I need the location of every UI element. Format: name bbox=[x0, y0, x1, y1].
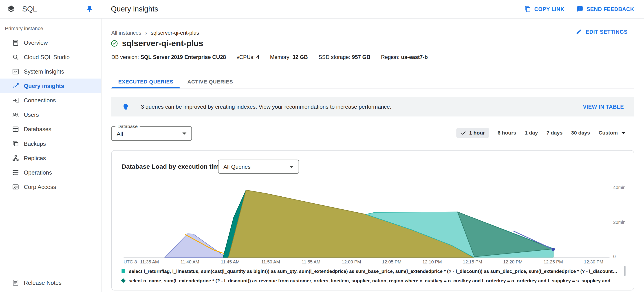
legend-query-text: select n_name, sum(l_extendedprice * (? … bbox=[129, 278, 618, 283]
x-tick-label: 11:45 AM bbox=[221, 259, 240, 264]
sidebar-item-cloud-sql-studio[interactable]: Cloud SQL Studio bbox=[0, 50, 101, 64]
y-axis-label-20min: 20min bbox=[613, 220, 626, 225]
time-range-30-days[interactable]: 30 days bbox=[571, 130, 590, 136]
tabs-divider bbox=[112, 88, 634, 88]
x-tick-label: 11:50 AM bbox=[261, 259, 280, 264]
sidebar-item-label: Cloud SQL Studio bbox=[24, 54, 70, 60]
sidebar-section-label: Primary instance bbox=[0, 19, 101, 35]
chevron-down-icon bbox=[290, 166, 294, 168]
x-tick-label: 11:35 AM bbox=[140, 259, 159, 264]
cloud-sql-logo-icon bbox=[6, 5, 16, 14]
breadcrumb: All instances › sqlserver-qi-ent-plus bbox=[112, 30, 199, 36]
product-name: SQL bbox=[22, 5, 37, 13]
query-insights-icon bbox=[12, 82, 19, 90]
sidebar-item-connections[interactable]: Connections bbox=[0, 93, 101, 107]
search-icon bbox=[12, 53, 19, 61]
time-range-label: 6 hours bbox=[498, 130, 516, 136]
sidebar-item-label: Users bbox=[24, 111, 39, 118]
banner-text: 3 queries can be improved by creating in… bbox=[141, 104, 391, 110]
x-tick-label: 11:55 AM bbox=[302, 259, 320, 264]
time-range-6-hours[interactable]: 6 hours bbox=[498, 130, 516, 136]
legend-scrollbar[interactable] bbox=[624, 266, 625, 276]
tab-active-queries[interactable]: ACTIVE QUERIES bbox=[180, 76, 240, 89]
pin-icon[interactable] bbox=[86, 6, 93, 13]
sidebar-item-system-insights[interactable]: System insights bbox=[0, 64, 101, 79]
query-filter-select[interactable]: All Queries bbox=[218, 160, 299, 174]
instance-name: sqlserver-qi-ent-plus bbox=[122, 39, 203, 48]
time-range-1-hour[interactable]: 1 hour bbox=[456, 128, 489, 138]
app-header: SQL Query insights COPY LINK SEND FEEDBA… bbox=[0, 0, 644, 19]
time-range-7-days[interactable]: 7 days bbox=[546, 130, 562, 136]
connections-icon bbox=[12, 96, 19, 104]
x-tick-label: 12:10 PM bbox=[422, 259, 442, 264]
time-range-label: 7 days bbox=[546, 130, 562, 136]
backups-icon bbox=[12, 140, 19, 147]
header-actions: COPY LINK SEND FEEDBACK bbox=[524, 6, 634, 12]
legend-item[interactable]: select n_name, sum(l_extendedprice * (? … bbox=[122, 275, 618, 285]
recommendation-banner: 3 queries can be improved by creating in… bbox=[112, 97, 634, 116]
database-select-label: Database bbox=[116, 124, 140, 129]
card-title: Database Load by execution time bbox=[122, 163, 222, 170]
tab-label: ACTIVE QUERIES bbox=[187, 79, 233, 85]
database-select[interactable]: Database All bbox=[112, 126, 192, 141]
sidebar-item-backups[interactable]: Backups bbox=[0, 136, 101, 151]
database-select-value: All bbox=[116, 130, 123, 137]
breadcrumb-all-instances[interactable]: All instances bbox=[112, 30, 141, 36]
legend-query-text: select l_returnflag, l_linestatus, sum(c… bbox=[129, 268, 618, 273]
time-range-label: 1 hour bbox=[469, 130, 485, 136]
sidebar-item-label: Connections bbox=[24, 97, 56, 103]
release-notes-icon bbox=[12, 279, 19, 286]
time-range-custom[interactable]: Custom bbox=[599, 130, 626, 136]
pencil-icon bbox=[576, 29, 582, 35]
sidebar-item-corp-access[interactable]: Corp Access bbox=[0, 179, 101, 194]
sidebar-item-users[interactable]: Users bbox=[0, 107, 101, 122]
time-range-1-day[interactable]: 1 day bbox=[525, 130, 538, 136]
spec-ssd-storage: SSD storage:957 GB bbox=[318, 54, 370, 60]
sidebar-item-label: Databases bbox=[24, 126, 51, 132]
breadcrumb-current: sqlserver-qi-ent-plus bbox=[151, 30, 199, 36]
x-axis-ticks: UTC-8 11:35 AM11:40 AM11:45 AM11:50 AM11… bbox=[124, 259, 610, 265]
sidebar-item-overview[interactable]: Overview bbox=[0, 35, 101, 50]
time-range-selector: 1 hour 6 hours 1 day 7 days 30 days Cust… bbox=[456, 128, 626, 138]
lightbulb-icon bbox=[122, 103, 129, 110]
x-tick-label: 12:00 PM bbox=[342, 259, 361, 264]
x-tick-label: 12:15 PM bbox=[463, 259, 482, 264]
send-feedback-label: SEND FEEDBACK bbox=[586, 6, 634, 12]
legend-item[interactable]: select l_returnflag, l_linestatus, sum(c… bbox=[122, 266, 618, 275]
sidebar-item-release-notes[interactable]: Release Notes bbox=[0, 273, 101, 292]
tab-executed-queries[interactable]: EXECUTED QUERIES bbox=[112, 76, 180, 89]
edit-settings-button[interactable]: EDIT SETTINGS bbox=[576, 29, 628, 35]
spec-memory: Memory:32 GB bbox=[270, 54, 308, 60]
time-range-label: 1 day bbox=[525, 130, 538, 136]
view-in-table-button[interactable]: VIEW IN TABLE bbox=[583, 104, 624, 110]
sidebar-item-label: Overview bbox=[24, 39, 48, 46]
sidebar-item-databases[interactable]: Databases bbox=[0, 122, 101, 136]
sidebar-item-operations[interactable]: Operations bbox=[0, 165, 101, 179]
badge-icon bbox=[12, 183, 19, 190]
database-load-card: Database Load by execution time All Quer… bbox=[112, 150, 634, 291]
main-content: All instances › sqlserver-qi-ent-plus ED… bbox=[102, 19, 644, 292]
legend-marker-square bbox=[122, 269, 125, 273]
users-icon bbox=[12, 111, 19, 118]
sidebar-item-query-insights[interactable]: Query insights bbox=[0, 79, 101, 93]
chart-area: 40min 20min 0 UTC-8 11:35 AM11:40 AM11:4… bbox=[124, 184, 634, 265]
x-tick-label: 12:25 PM bbox=[544, 259, 563, 264]
load-chart-plot[interactable] bbox=[124, 184, 610, 258]
chevron-down-icon bbox=[182, 132, 186, 134]
instance-specs: DB version:SQL Server 2019 Enterprise CU… bbox=[112, 54, 428, 60]
sidebar-item-label: Backups bbox=[24, 140, 46, 147]
copy-link-label: COPY LINK bbox=[534, 6, 564, 12]
send-feedback-button[interactable]: SEND FEEDBACK bbox=[577, 6, 634, 12]
check-icon bbox=[460, 130, 466, 136]
x-tick-label: 12:05 PM bbox=[382, 259, 402, 264]
time-range-label: 30 days bbox=[571, 130, 590, 136]
sidebar: Primary instance Overview Cloud SQL Stud… bbox=[0, 19, 102, 292]
dark-teal-right-area bbox=[458, 212, 553, 257]
copy-link-button[interactable]: COPY LINK bbox=[524, 6, 564, 12]
chevron-right-icon: › bbox=[145, 30, 147, 36]
edit-settings-label: EDIT SETTINGS bbox=[586, 29, 628, 35]
sidebar-item-label: Query insights bbox=[24, 83, 64, 89]
page: SQL Query insights COPY LINK SEND FEEDBA… bbox=[0, 0, 644, 292]
sidebar-item-replicas[interactable]: Replicas bbox=[0, 151, 101, 165]
tab-label: EXECUTED QUERIES bbox=[118, 79, 173, 85]
